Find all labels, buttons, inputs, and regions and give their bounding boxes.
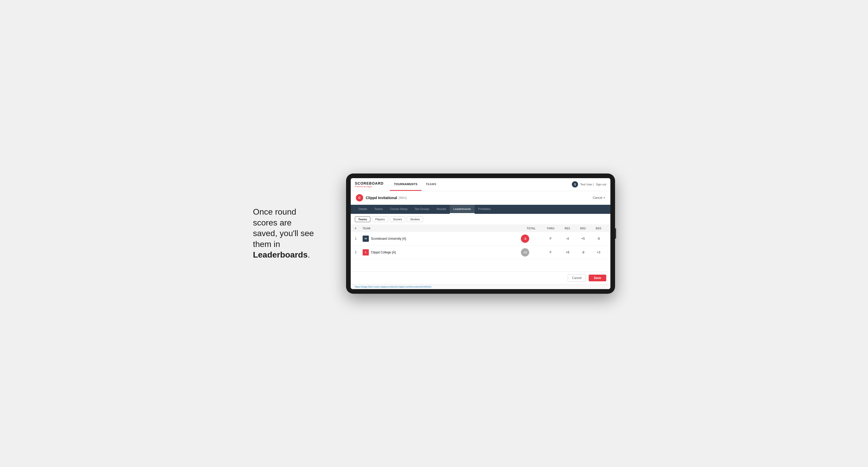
col-header-rd2: RD2	[575, 227, 591, 230]
tab-course-setup[interactable]: Course Setup	[386, 205, 411, 214]
filter-players[interactable]: Players	[372, 216, 388, 222]
left-description: Once round scores are saved, you'll see …	[253, 207, 331, 260]
left-line3: saved, you'll see	[253, 228, 314, 238]
row1-team: SB Scoreboard University [A]	[363, 236, 521, 242]
row1-score-badge: -5	[521, 235, 529, 243]
row1-team-logo: SB	[363, 236, 369, 242]
left-line4: them in	[253, 240, 280, 249]
col-header-num: #	[355, 227, 363, 230]
table-row: 2 C Clippd College [A] +3 F +8 -8 +3	[351, 246, 610, 259]
logo-subtitle: Powered by clippd	[355, 185, 383, 188]
leaderboard-table: # TEAM TOTAL THRU RD1 RD2 RD3 1 SB Score…	[351, 225, 610, 259]
row2-total: +3	[521, 248, 541, 256]
row2-rd1: +8	[560, 251, 575, 254]
sign-out-link[interactable]: Sign out	[596, 183, 606, 186]
row2-team: C Clippd College [A]	[363, 249, 521, 255]
tournament-title: Clippd Invitational	[366, 196, 397, 200]
tab-details[interactable]: Details	[355, 205, 371, 214]
row1-rd2: +5	[575, 237, 591, 241]
filter-bar: Teams Players Scores Strokes	[351, 214, 610, 225]
nav-right: S Test User | Sign out	[572, 181, 606, 187]
nav-teams[interactable]: TEAMS	[422, 178, 440, 191]
row1-rd1: -4	[560, 237, 575, 241]
col-header-team: TEAM	[363, 227, 521, 230]
tablet-side-button	[615, 228, 616, 239]
row2-rd3: +3	[591, 251, 606, 254]
nav-links: TOURNAMENTS TEAMS	[390, 178, 572, 191]
nav-tournaments[interactable]: TOURNAMENTS	[390, 178, 422, 191]
user-avatar: S	[572, 181, 578, 187]
row1-rd3: -6	[591, 237, 606, 241]
table-row: 1 SB Scoreboard University [A] -5 F -4 +…	[351, 232, 610, 246]
filter-teams[interactable]: Teams	[355, 216, 370, 222]
tournament-subtitle: (Men)	[399, 196, 407, 199]
row2-rd2: -8	[575, 251, 591, 254]
cancel-button[interactable]: Cancel	[568, 274, 586, 282]
row2-num: 2	[355, 251, 363, 254]
filter-strokes[interactable]: Strokes	[407, 216, 423, 222]
tab-tee-groups[interactable]: Tee Groups	[411, 205, 433, 214]
row2-score-badge: +3	[521, 248, 529, 256]
leaderboard-content: # TEAM TOTAL THRU RD1 RD2 RD3 1 SB Score…	[351, 225, 610, 272]
row1-num: 1	[355, 237, 363, 241]
logo-area: SCOREBOARD Powered by clippd	[355, 181, 383, 188]
row1-team-name: Scoreboard University [A]	[371, 237, 406, 241]
left-line1: Once round	[253, 207, 296, 216]
tournament-icon: C	[356, 194, 363, 201]
table-header-row: # TEAM TOTAL THRU RD1 RD2 RD3	[351, 225, 610, 232]
row2-thru: F	[541, 251, 560, 254]
row2-team-logo: C	[363, 249, 369, 255]
nav-user-name: Test User |	[580, 183, 594, 186]
left-line5-end: .	[308, 250, 310, 259]
tablet-screen: SCOREBOARD Powered by clippd TOURNAMENTS…	[351, 178, 610, 289]
col-header-thru: THRU	[541, 227, 560, 230]
row1-total: -5	[521, 235, 541, 243]
tournament-cancel-button[interactable]: Cancel ×	[593, 196, 605, 199]
tab-leaderboards[interactable]: Leaderboards	[450, 205, 475, 214]
col-header-rd1: RD1	[560, 227, 575, 230]
save-button[interactable]: Save	[589, 275, 606, 281]
footer: Cancel Save	[351, 272, 610, 284]
row1-thru: F	[541, 237, 560, 241]
tab-teams[interactable]: Teams	[371, 205, 386, 214]
tablet-device: SCOREBOARD Powered by clippd TOURNAMENTS…	[346, 174, 615, 294]
tab-printables[interactable]: Printables	[475, 205, 495, 214]
left-line2: scores are	[253, 218, 291, 227]
col-header-total: TOTAL	[521, 227, 541, 230]
tab-results[interactable]: Results	[433, 205, 450, 214]
logo-text: SCOREBOARD	[355, 181, 383, 185]
top-navigation: SCOREBOARD Powered by clippd TOURNAMENTS…	[351, 178, 610, 191]
col-header-rd3: RD3	[591, 227, 606, 230]
sub-tabs: Details Teams Course Setup Tee Groups Re…	[351, 205, 610, 214]
row2-team-name: Clippd College [A]	[371, 251, 396, 254]
tournament-header: C Clippd Invitational (Men) Cancel ×	[351, 191, 610, 205]
filter-scores[interactable]: Scores	[390, 216, 405, 222]
url-bar: https://stage-blue-coach.stagescoreboard…	[351, 284, 610, 289]
left-line5-bold: Leaderboards	[253, 250, 308, 259]
